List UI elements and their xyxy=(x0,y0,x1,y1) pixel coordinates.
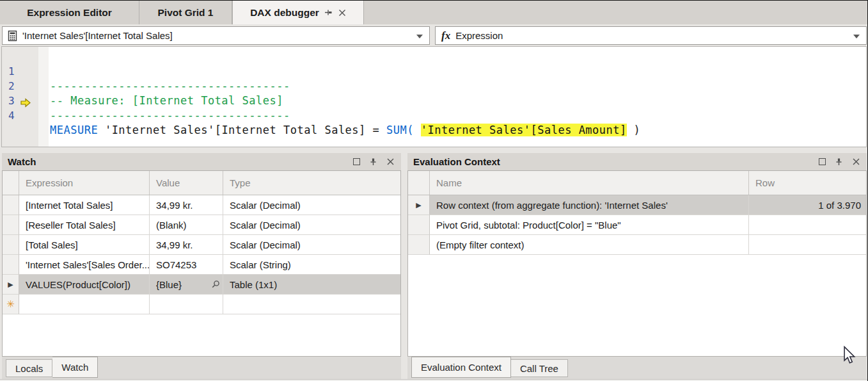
tab-watch[interactable]: Watch xyxy=(52,357,98,378)
chevron-down-icon[interactable] xyxy=(416,35,423,38)
code-line-1: 1 ----------------------------------- xyxy=(2,49,866,64)
evaluation-bottom-tabstrip: Evaluation Context Call Tree xyxy=(407,357,867,379)
document-tab-bar: Expression Editor Pivot Grid 1 DAX debug… xyxy=(0,1,867,24)
maximize-icon[interactable] xyxy=(819,158,826,165)
maximize-icon[interactable] xyxy=(353,158,360,165)
measure-selector-combobox[interactable]: 'Internet Sales'[Internet Total Sales] xyxy=(2,26,430,45)
tab-expression-editor[interactable]: Expression Editor xyxy=(0,1,139,24)
keyword-sum: SUM( xyxy=(386,124,414,136)
mouse-cursor xyxy=(842,346,856,365)
tab-pivot-grid-1[interactable]: Pivot Grid 1 xyxy=(139,1,232,24)
expression-combo-value: Expression xyxy=(455,30,503,41)
pin-icon[interactable] xyxy=(369,158,377,166)
tab-locals[interactable]: Locals xyxy=(6,359,52,377)
panel-title: Watch xyxy=(8,156,36,167)
measure-combo-value: 'Internet Sales'[Internet Total Sales] xyxy=(22,30,173,41)
tab-label: Pivot Grid 1 xyxy=(158,7,214,19)
highlighted-expression: 'Internet Sales'[Sales Amount] xyxy=(421,124,627,136)
keyword-measure: MEASURE xyxy=(50,124,98,136)
column-header-expression[interactable]: Expression xyxy=(19,171,150,195)
tab-call-tree[interactable]: Call Tree xyxy=(511,359,568,377)
current-row-arrow-icon: ▶ xyxy=(8,280,13,289)
evaluation-grid: Name Row ▶ Row context (from aggregate f… xyxy=(407,170,867,357)
panel-title: Evaluation Context xyxy=(413,156,500,167)
column-header-type[interactable]: Type xyxy=(223,171,400,195)
current-row-arrow-icon: ▶ xyxy=(416,201,421,209)
evaluation-panel-titlebar: Evaluation Context xyxy=(407,153,867,170)
code-lines: 1 ----------------------------------- 2 … xyxy=(2,49,866,108)
watch-row[interactable]: [Total Sales] 34,99 kr. Scalar (Decimal) xyxy=(3,235,400,255)
watch-panel-titlebar: Watch xyxy=(2,153,401,170)
row-header-column xyxy=(408,171,430,195)
tab-label: Expression Editor xyxy=(27,7,112,19)
magnifier-icon[interactable] xyxy=(211,280,220,289)
calculator-icon xyxy=(8,30,17,42)
column-header-row[interactable]: Row xyxy=(749,171,866,195)
watch-grid-header: Expression Value Type xyxy=(3,171,400,195)
evaluation-context-panel: Evaluation Context Name Row ▶ xyxy=(407,153,867,357)
row-count: 1 of 3.970 xyxy=(749,195,866,215)
code-statement: MEASURE 'Internet Sales'[Internet Total … xyxy=(50,123,640,138)
new-row-star-icon: ✳ xyxy=(6,298,15,310)
pin-icon[interactable] xyxy=(324,8,333,17)
close-icon[interactable] xyxy=(386,158,395,166)
watch-panel: Watch Expression Value Type xyxy=(2,153,401,357)
close-icon[interactable] xyxy=(338,9,346,17)
column-header-name[interactable]: Name xyxy=(430,171,749,195)
watch-row[interactable]: [Internet Total Sales] 34,99 kr. Scalar … xyxy=(3,195,400,215)
tab-label: DAX debugger xyxy=(250,7,319,19)
watch-grid: Expression Value Type [Internet Total Sa… xyxy=(2,170,401,357)
column-header-value[interactable]: Value xyxy=(150,171,223,195)
code-line-2: 2 -- Measure: [Internet Total Sales] xyxy=(2,64,866,79)
expression-combobox[interactable]: fx Expression xyxy=(435,26,867,45)
watch-row[interactable]: 'Internet Sales'[Sales Order... SO74253 … xyxy=(3,255,400,275)
chevron-down-icon[interactable] xyxy=(853,35,860,38)
code-line-4: 4 MEASURE 'Internet Sales'[Internet Tota… xyxy=(2,93,866,108)
watch-new-row[interactable]: ✳ xyxy=(3,295,400,314)
tab-dax-debugger[interactable]: DAX debugger xyxy=(232,1,364,24)
watch-row[interactable]: [Reseller Total Sales] (Blank) Scalar (D… xyxy=(3,215,400,235)
code-line-3: 3 ----------------------------------- xyxy=(2,79,866,93)
close-icon[interactable] xyxy=(852,158,860,166)
watch-row-selected[interactable]: ▶ VALUES(Product[Color]) {Blue} Table (1… xyxy=(3,275,400,295)
evaluation-row[interactable]: (Empty filter context) xyxy=(408,235,866,255)
row-header-column xyxy=(3,171,19,195)
code-comment: ----------------------------------- xyxy=(50,108,290,123)
evaluation-grid-header: Name Row xyxy=(408,171,866,195)
evaluation-row[interactable]: Pivot Grid, subtotal: Product[Color] = "… xyxy=(408,215,866,235)
fx-icon: fx xyxy=(441,29,450,42)
pin-icon[interactable] xyxy=(835,158,843,166)
tab-evaluation-context[interactable]: Evaluation Context xyxy=(411,357,511,378)
evaluation-row-selected[interactable]: ▶ Row context (from aggregate function):… xyxy=(408,195,866,215)
line-number: 4 xyxy=(8,108,15,123)
dax-debugger-window: Expression Editor Pivot Grid 1 DAX debug… xyxy=(0,0,868,381)
watch-bottom-tabstrip: Locals Watch xyxy=(2,357,401,379)
dax-code-editor[interactable]: 1 ----------------------------------- 2 … xyxy=(1,46,867,147)
